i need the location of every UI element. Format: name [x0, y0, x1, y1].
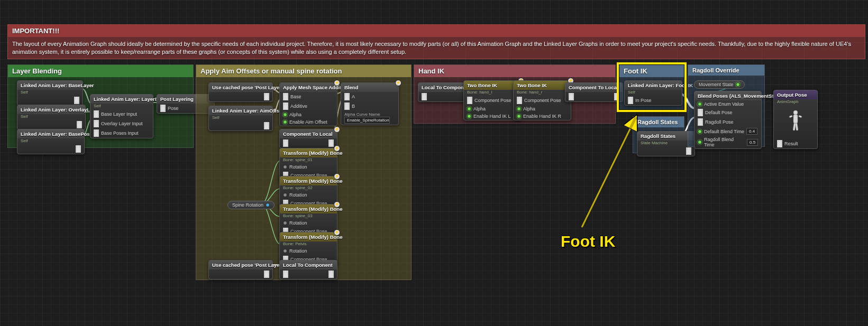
pin-label: Base: [290, 94, 301, 99]
node-ragdoll-states[interactable]: Ragdoll States State Machine: [637, 131, 695, 156]
pin-label: Rotation: [289, 192, 307, 198]
float-pin-icon: [517, 114, 521, 118]
node-title: Component To Local: [565, 83, 623, 92]
variable-label: Spine Rotation: [232, 202, 263, 208]
node-title: Blend Poses (ALS_MovementState): [695, 91, 761, 100]
variable-label: Movement State: [699, 82, 734, 87]
pose-pin-icon: [264, 93, 269, 100]
node-sub: Self: [625, 90, 682, 96]
svg-rect-5: [796, 123, 798, 131]
value-box[interactable]: Enable_SpineRotation: [344, 117, 390, 124]
node-linked-anim-layer-layerblending[interactable]: Linked Anim Layer: LayerBlending Self Ba…: [90, 94, 153, 138]
node-cached-pose-post-layering-1[interactable]: Use cached pose 'Post Layering': [208, 82, 273, 102]
node-linked-anim-layer-overlay[interactable]: Linked Anim Layer: OverlayLayer Self: [17, 105, 86, 130]
pose-pin-icon: [283, 139, 288, 147]
float-pin-icon: [283, 113, 287, 117]
node-linked-anim-layer-aimoffset[interactable]: Linked Anim Layer: AimOffsetBehaviors Se…: [208, 106, 273, 131]
pin-icon: [283, 221, 287, 225]
node-title: Apply Mesh Space Additive: [280, 83, 337, 92]
node-sub: AnimGraph: [774, 99, 817, 105]
node-cached-pose-post-layering-2[interactable]: Use cached pose 'Post Layering': [208, 260, 273, 280]
node-title: Ragdoll States: [637, 132, 695, 141]
pin-icon: [283, 193, 287, 197]
node-title: Linked Anim Layer: BasePoses: [17, 129, 84, 138]
node-title: Transform (Modify) Bone: [280, 204, 337, 213]
variable-movement-state[interactable]: Movement State: [694, 80, 745, 89]
pose-pin-icon: [344, 103, 350, 110]
section-foot-ik-title: Foot IK: [619, 65, 684, 77]
float-pin-icon: [467, 114, 471, 118]
pose-pin-icon: [686, 147, 691, 155]
fastpath-badge-icon: ⚡: [395, 80, 401, 86]
pin-label: Alpha Curve Name: [344, 112, 395, 117]
variable-spine-rotation[interactable]: Spine Rotation: [227, 201, 275, 209]
pin-label: Default Blend Time: [704, 129, 744, 134]
pose-pin-icon: [264, 271, 269, 278]
value-box[interactable]: 0.4: [746, 128, 757, 135]
pin-label: Alpha: [289, 112, 301, 117]
pin-icon: [283, 249, 287, 253]
svg-rect-2: [789, 115, 793, 118]
pin-label: Overlay Layer Input: [101, 121, 143, 126]
value-box[interactable]: 0.5: [747, 139, 758, 146]
pin-label: Additive: [290, 104, 307, 109]
comment-important-title: IMPORTANT!!!: [8, 25, 865, 37]
annotation-label: Foot IK: [561, 232, 615, 250]
svg-rect-1: [793, 115, 798, 123]
comment-important[interactable]: IMPORTANT!!! The layout of every Animati…: [7, 24, 865, 59]
node-sub: State Machine: [637, 141, 695, 146]
node-output-pose[interactable]: Output Pose AnimGraph Result: [773, 90, 818, 149]
pin-label: B: [352, 104, 355, 109]
node-linked-anim-layer-baselayer[interactable]: Linked Anim Layer: BaseLayer Self: [17, 80, 83, 106]
float-pin-icon: [467, 107, 471, 111]
node-component-to-local-1[interactable]: ⚡ Component To Local: [279, 129, 337, 148]
node-sub: Bone: spine_02: [280, 185, 337, 191]
pin-label: Active Enum Value: [704, 101, 744, 107]
node-sub: Self: [90, 104, 153, 109]
node-component-to-local-hand[interactable]: Component To Local: [565, 82, 623, 102]
enum-pin-icon: [698, 102, 702, 106]
node-linked-anim-layer-footik[interactable]: Linked Anim Layer: Foot IK Self In Pose: [624, 80, 682, 106]
node-sub: Self: [17, 90, 83, 96]
node-sub: Bone: spine_01: [280, 157, 337, 163]
pose-pin-icon: [698, 118, 703, 126]
struct-pin-icon: [266, 203, 270, 207]
node-linked-anim-layer-baseposes[interactable]: Linked Anim Layer: BasePoses Self: [17, 129, 85, 154]
pose-pin-icon: [328, 139, 334, 147]
node-two-bone-ik-right[interactable]: ⚡ Two Bone IK Bone: hand_r Component Pos…: [513, 80, 571, 120]
node-title: Use cached pose 'Post Layering': [209, 260, 272, 269]
float-pin-icon: [698, 140, 702, 144]
node-blend[interactable]: ⚡ Blend A B Alpha Curve Name Enable_Spin…: [341, 82, 399, 125]
pin-label: Base Layer Input: [101, 111, 137, 117]
node-title: Output Pose: [774, 90, 817, 99]
node-sub: Bone: Pelvis: [280, 241, 337, 247]
pose-pin-icon: [283, 103, 288, 110]
pose-pin-icon: [344, 93, 350, 100]
section-hand-ik-title: Hand IK: [414, 65, 615, 77]
pose-pin-icon: [517, 97, 522, 104]
pin-label: Default Pose: [705, 110, 733, 115]
node-sub: Bone: hand_r: [514, 90, 571, 96]
node-sub: Self: [17, 114, 85, 120]
pose-pin-icon: [76, 145, 81, 153]
pin-label: Result: [784, 141, 798, 146]
node-local-to-component-1[interactable]: Local To Component: [279, 260, 337, 280]
pin-label: Rotation: [289, 248, 307, 254]
pose-pin-icon: [94, 120, 99, 127]
pin-label: Component Pose: [474, 98, 511, 103]
section-layer-blending-title: Layer Blending: [8, 65, 193, 77]
fastpath-badge-icon: ⚡: [334, 145, 340, 152]
float-pin-icon: [698, 129, 702, 134]
fastpath-badge-icon: ⚡: [334, 229, 340, 236]
fastpath-badge-icon: ⚡: [334, 173, 340, 180]
node-title: Transform (Modify) Bone: [280, 176, 337, 185]
section-ragdoll-states-title: Ragdoll States: [633, 117, 684, 127]
comment-important-body: The layout of every Animation Graph shou…: [8, 37, 865, 59]
node-blend-poses-movementstate[interactable]: Blend Poses (ALS_MovementState) Active E…: [694, 91, 762, 149]
node-title: Two Bone IK: [464, 81, 521, 90]
node-title: Linked Anim Layer: Foot IK: [625, 81, 682, 90]
pose-pin-icon: [328, 271, 334, 278]
node-sub: Self: [17, 138, 84, 144]
node-apply-mesh-space-additive[interactable]: ⚡ Apply Mesh Space Additive Base Additiv…: [279, 82, 337, 126]
pin-label: Pose: [168, 106, 179, 111]
